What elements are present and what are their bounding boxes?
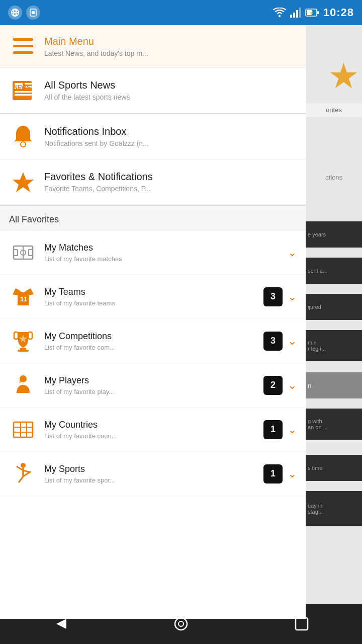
right-block-3: ijured [306,294,362,320]
right-block-6: g with an on ... [306,409,362,440]
notifications-inbox-subtitle: Notifications sent by Goalzzz (n... [44,139,297,147]
main-menu-text: Main Menu Latest News, and today's top m… [44,36,297,57]
svg-rect-7 [290,15,292,18]
my-teams-text: My Teams List of my favorite teams [44,287,263,307]
competitions-icon-area [9,327,37,355]
svg-rect-17 [13,51,33,54]
svg-marker-27 [13,172,34,192]
svg-rect-5 [32,11,35,14]
favorites-notifications-item[interactable]: Favorites & Notifications Favorite Teams… [0,159,306,205]
my-sports-item[interactable]: My Sports List of my favorite spor... 1 … [0,452,306,496]
status-right-icons: ⚡ 10:28 [273,6,354,19]
players-icon [12,374,35,397]
svg-point-53 [175,618,187,630]
my-sports-text: My Sports List of my favorite spor... [44,464,263,484]
status-bar: ⚡ 10:28 [0,0,362,25]
my-teams-badge: 3 [263,287,283,306]
right-block-7: s time [306,455,362,481]
main-menu-subtitle: Latest News, and today's top m... [44,49,297,57]
signal-icon [290,8,301,18]
svg-rect-55 [296,618,308,630]
my-players-chevron[interactable]: ⌄ [288,379,297,392]
all-sports-news-subtitle: All of the latest sports news [44,93,297,101]
my-countries-chevron[interactable]: ⌄ [288,423,297,436]
battery-icon: ⚡ [305,8,319,17]
svg-rect-16 [13,45,33,47]
svg-rect-20 [15,91,32,93]
right-panel: ★ orites ations e years sent a... ijured… [306,25,362,619]
sports-icon-area [9,460,37,488]
my-sports-chevron[interactable]: ⌄ [288,467,297,480]
svg-point-40 [19,380,22,383]
notifications-inbox-text: Notifications Inbox Notifications sent b… [44,126,297,147]
right-ations-label: ations [306,174,362,181]
menu-panel: Main Menu Latest News, and today's top m… [0,25,306,619]
svg-rect-21 [15,94,32,96]
all-favorites-label: All Favorites [9,214,59,224]
svg-line-50 [19,476,23,482]
my-countries-subtitle: List of my favorite coun... [44,432,263,440]
my-players-title: My Players [44,375,263,386]
my-countries-item[interactable]: My Countries List of my favorite coun...… [0,408,306,452]
right-block-8: uay in stag... [306,491,362,526]
status-left-icons [8,6,40,20]
svg-rect-34 [14,332,18,339]
competitions-icon [12,330,35,353]
favorites-notifications-text: Favorites & Notifications Favorite Teams… [44,171,297,193]
news-icon-area: NEWS [9,76,37,105]
svg-rect-10 [299,8,301,18]
favorites-notifications-subtitle: Favorite Teams, Competitions, P... [44,185,297,193]
svg-rect-35 [28,332,32,339]
all-favorites-section: All Favorites [0,206,306,230]
right-block-2: sent a... [306,258,362,284]
main-menu-item[interactable]: Main Menu Latest News, and today's top m… [0,25,306,68]
main-menu-title: Main Menu [44,36,297,47]
matches-icon-area [9,238,37,267]
main-layout: Main Menu Latest News, and today's top m… [0,25,362,619]
my-teams-item[interactable]: 11 My Teams List of my favorite teams 3 … [0,275,306,319]
notifications-inbox-title: Notifications Inbox [44,126,297,137]
news-icon: NEWS [11,78,36,103]
svg-rect-41 [14,422,33,437]
my-players-subtitle: List of my favorite play... [44,388,263,395]
teams-icon: 11 [12,285,35,308]
my-matches-item[interactable]: My Matches List of my favorite matches ⌄ [0,230,306,275]
svg-rect-12 [317,11,319,14]
svg-point-6 [279,15,281,17]
players-icon-area [9,371,37,399]
my-countries-badge: 1 [263,420,283,439]
svg-rect-9 [296,10,298,18]
my-matches-text: My Matches List of my favorite matches [44,243,288,263]
my-players-badge: 2 [263,376,283,395]
star-icon-area [9,168,37,196]
my-competitions-text: My Competitions List of my favorite com.… [44,331,263,351]
my-players-text: My Players List of my favorite play... [44,375,263,395]
my-teams-title: My Teams [44,287,263,297]
matches-icon [12,241,35,264]
sports-icon [12,462,35,486]
svg-rect-15 [13,38,33,41]
my-sports-subtitle: List of my favorite spor... [44,476,263,484]
notifications-inbox-item[interactable]: Notifications Inbox Notifications sent b… [0,114,306,159]
my-competitions-title: My Competitions [44,331,263,342]
my-competitions-chevron[interactable]: ⌄ [288,335,297,348]
my-matches-chevron[interactable]: ⌄ [288,246,297,259]
recents-icon [295,617,309,631]
my-countries-text: My Countries List of my favorite coun... [44,420,263,440]
my-teams-subtitle: List of my favorite teams [44,299,263,307]
all-sports-news-item[interactable]: NEWS All Sports News All of the latest s… [0,68,306,113]
my-teams-chevron[interactable]: ⌄ [288,290,297,303]
my-countries-title: My Countries [44,420,263,430]
my-competitions-badge: 3 [263,332,283,351]
my-competitions-item[interactable]: My Competitions List of my favorite com.… [0,319,306,363]
favorites-notifications-title: Favorites & Notifications [44,171,297,183]
my-sports-badge: 1 [263,464,283,484]
my-players-item[interactable]: My Players List of my favorite play... 2… [0,363,306,408]
right-block-4: min r leg i... [306,330,362,361]
svg-point-26 [21,142,25,146]
menu-main-icon-area [9,32,37,60]
wifi-icon [273,8,286,18]
svg-text:⚡: ⚡ [309,10,315,16]
clock-time: 10:28 [323,6,354,19]
svg-text:NEWS: NEWS [14,84,30,90]
